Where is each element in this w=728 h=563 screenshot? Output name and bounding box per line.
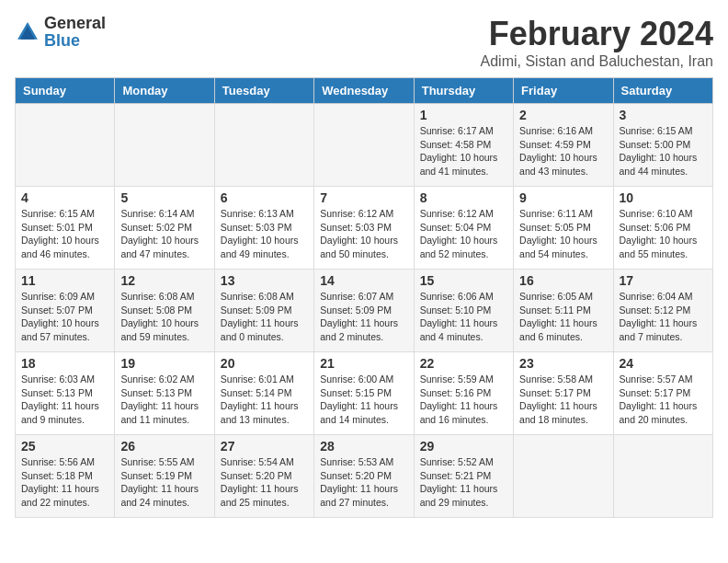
day-detail: Sunrise: 5:56 AM Sunset: 5:18 PM Dayligh…: [21, 455, 108, 510]
day-number: 16: [519, 273, 607, 288]
day-number: 7: [320, 190, 407, 205]
day-number: 6: [221, 190, 308, 205]
day-number: 2: [519, 108, 607, 122]
weekday-header-friday: Friday: [514, 78, 613, 104]
day-number: 15: [420, 273, 507, 288]
calendar-cell: 5Sunrise: 6:14 AM Sunset: 5:02 PM Daylig…: [115, 187, 214, 270]
day-number: 24: [620, 356, 707, 371]
calendar-cell: 6Sunrise: 6:13 AM Sunset: 5:03 PM Daylig…: [214, 187, 313, 270]
weekday-header-saturday: Saturday: [613, 78, 712, 104]
day-number: 13: [221, 273, 308, 288]
calendar-cell: 14Sunrise: 6:07 AM Sunset: 5:09 PM Dayli…: [314, 270, 414, 352]
calendar-cell: 24Sunrise: 5:57 AM Sunset: 5:17 PM Dayli…: [613, 352, 712, 435]
day-number: 4: [21, 190, 108, 205]
day-detail: Sunrise: 6:12 AM Sunset: 5:04 PM Dayligh…: [420, 207, 507, 261]
calendar-cell: 3Sunrise: 6:15 AM Sunset: 5:00 PM Daylig…: [613, 104, 712, 187]
day-number: 28: [320, 439, 407, 454]
day-detail: Sunrise: 6:00 AM Sunset: 5:15 PM Dayligh…: [320, 373, 407, 427]
calendar-cell: 9Sunrise: 6:11 AM Sunset: 5:05 PM Daylig…: [514, 187, 613, 270]
calendar-cell: 17Sunrise: 6:04 AM Sunset: 5:12 PM Dayli…: [613, 270, 712, 352]
calendar-cell: [115, 104, 214, 187]
day-detail: Sunrise: 6:11 AM Sunset: 5:05 PM Dayligh…: [519, 207, 607, 261]
calendar-cell: 2Sunrise: 6:16 AM Sunset: 4:59 PM Daylig…: [514, 104, 613, 187]
day-number: 3: [620, 108, 707, 122]
day-detail: Sunrise: 6:02 AM Sunset: 5:13 PM Dayligh…: [120, 373, 208, 427]
day-detail: Sunrise: 6:05 AM Sunset: 5:11 PM Dayligh…: [519, 290, 607, 344]
week-row-5: 25Sunrise: 5:56 AM Sunset: 5:18 PM Dayli…: [16, 435, 713, 518]
day-number: 29: [420, 439, 507, 454]
calendar: SundayMondayTuesdayWednesdayThursdayFrid…: [15, 77, 713, 518]
day-detail: Sunrise: 6:09 AM Sunset: 5:07 PM Dayligh…: [21, 290, 108, 344]
weekday-header-row: SundayMondayTuesdayWednesdayThursdayFrid…: [16, 78, 713, 104]
calendar-cell: 25Sunrise: 5:56 AM Sunset: 5:18 PM Dayli…: [16, 435, 115, 518]
day-detail: Sunrise: 6:15 AM Sunset: 5:01 PM Dayligh…: [21, 207, 108, 261]
day-number: 26: [120, 439, 208, 454]
day-number: 21: [320, 356, 407, 371]
day-number: 1: [420, 108, 507, 122]
weekday-header-monday: Monday: [115, 78, 214, 104]
day-detail: Sunrise: 5:55 AM Sunset: 5:19 PM Dayligh…: [120, 455, 208, 510]
calendar-cell: 19Sunrise: 6:02 AM Sunset: 5:13 PM Dayli…: [115, 352, 214, 435]
day-number: 14: [320, 273, 407, 288]
day-number: 25: [21, 439, 108, 454]
day-number: 23: [519, 356, 607, 371]
day-detail: Sunrise: 6:01 AM Sunset: 5:14 PM Dayligh…: [221, 373, 308, 427]
calendar-cell: [16, 104, 115, 187]
day-number: 11: [21, 273, 108, 288]
calendar-cell: 28Sunrise: 5:53 AM Sunset: 5:20 PM Dayli…: [314, 435, 414, 518]
calendar-cell: [214, 104, 313, 187]
calendar-cell: 18Sunrise: 6:03 AM Sunset: 5:13 PM Dayli…: [16, 352, 115, 435]
calendar-cell: 8Sunrise: 6:12 AM Sunset: 5:04 PM Daylig…: [414, 187, 513, 270]
week-row-1: 1Sunrise: 6:17 AM Sunset: 4:58 PM Daylig…: [16, 104, 713, 187]
day-detail: Sunrise: 5:58 AM Sunset: 5:17 PM Dayligh…: [519, 373, 607, 427]
calendar-cell: 15Sunrise: 6:06 AM Sunset: 5:10 PM Dayli…: [414, 270, 513, 352]
day-number: 17: [620, 273, 707, 288]
week-row-4: 18Sunrise: 6:03 AM Sunset: 5:13 PM Dayli…: [16, 352, 713, 435]
day-detail: Sunrise: 6:08 AM Sunset: 5:09 PM Dayligh…: [221, 290, 308, 344]
calendar-cell: 27Sunrise: 5:54 AM Sunset: 5:20 PM Dayli…: [214, 435, 313, 518]
day-number: 8: [420, 190, 507, 205]
header: General Blue February 2024 Adimi, Sistan…: [15, 15, 713, 70]
title-area: February 2024 Adimi, Sistan and Baluches…: [481, 15, 713, 70]
calendar-cell: 4Sunrise: 6:15 AM Sunset: 5:01 PM Daylig…: [16, 187, 115, 270]
day-detail: Sunrise: 5:53 AM Sunset: 5:20 PM Dayligh…: [320, 455, 407, 510]
logo-icon: [15, 19, 40, 45]
weekday-header-tuesday: Tuesday: [214, 78, 313, 104]
calendar-cell: 29Sunrise: 5:52 AM Sunset: 5:21 PM Dayli…: [414, 435, 513, 518]
month-title: February 2024: [481, 15, 713, 53]
day-detail: Sunrise: 6:15 AM Sunset: 5:00 PM Dayligh…: [620, 124, 707, 178]
day-number: 22: [420, 356, 507, 371]
day-detail: Sunrise: 6:04 AM Sunset: 5:12 PM Dayligh…: [620, 290, 707, 344]
calendar-cell: 7Sunrise: 6:12 AM Sunset: 5:03 PM Daylig…: [314, 187, 414, 270]
day-detail: Sunrise: 5:54 AM Sunset: 5:20 PM Dayligh…: [221, 455, 308, 510]
day-detail: Sunrise: 6:08 AM Sunset: 5:08 PM Dayligh…: [120, 290, 208, 344]
day-number: 18: [21, 356, 108, 371]
calendar-cell: 20Sunrise: 6:01 AM Sunset: 5:14 PM Dayli…: [214, 352, 313, 435]
calendar-cell: [613, 435, 712, 518]
weekday-header-thursday: Thursday: [414, 78, 513, 104]
calendar-cell: 13Sunrise: 6:08 AM Sunset: 5:09 PM Dayli…: [214, 270, 313, 352]
day-number: 20: [221, 356, 308, 371]
day-number: 27: [221, 439, 308, 454]
day-detail: Sunrise: 6:10 AM Sunset: 5:06 PM Dayligh…: [620, 207, 707, 261]
day-detail: Sunrise: 6:03 AM Sunset: 5:13 PM Dayligh…: [21, 373, 108, 427]
day-detail: Sunrise: 6:14 AM Sunset: 5:02 PM Dayligh…: [120, 207, 208, 261]
weekday-header-sunday: Sunday: [16, 78, 115, 104]
calendar-cell: [514, 435, 613, 518]
week-row-3: 11Sunrise: 6:09 AM Sunset: 5:07 PM Dayli…: [16, 270, 713, 352]
day-number: 9: [519, 190, 607, 205]
calendar-cell: 12Sunrise: 6:08 AM Sunset: 5:08 PM Dayli…: [115, 270, 214, 352]
calendar-cell: [314, 104, 414, 187]
calendar-cell: 1Sunrise: 6:17 AM Sunset: 4:58 PM Daylig…: [414, 104, 513, 187]
day-detail: Sunrise: 5:52 AM Sunset: 5:21 PM Dayligh…: [420, 455, 507, 510]
day-number: 12: [120, 273, 208, 288]
calendar-cell: 21Sunrise: 6:00 AM Sunset: 5:15 PM Dayli…: [314, 352, 414, 435]
day-detail: Sunrise: 6:17 AM Sunset: 4:58 PM Dayligh…: [420, 124, 507, 178]
day-number: 10: [620, 190, 707, 205]
calendar-cell: 16Sunrise: 6:05 AM Sunset: 5:11 PM Dayli…: [514, 270, 613, 352]
calendar-cell: 10Sunrise: 6:10 AM Sunset: 5:06 PM Dayli…: [613, 187, 712, 270]
day-detail: Sunrise: 6:07 AM Sunset: 5:09 PM Dayligh…: [320, 290, 407, 344]
calendar-cell: 11Sunrise: 6:09 AM Sunset: 5:07 PM Dayli…: [16, 270, 115, 352]
day-detail: Sunrise: 6:13 AM Sunset: 5:03 PM Dayligh…: [221, 207, 308, 261]
day-detail: Sunrise: 6:16 AM Sunset: 4:59 PM Dayligh…: [519, 124, 607, 178]
